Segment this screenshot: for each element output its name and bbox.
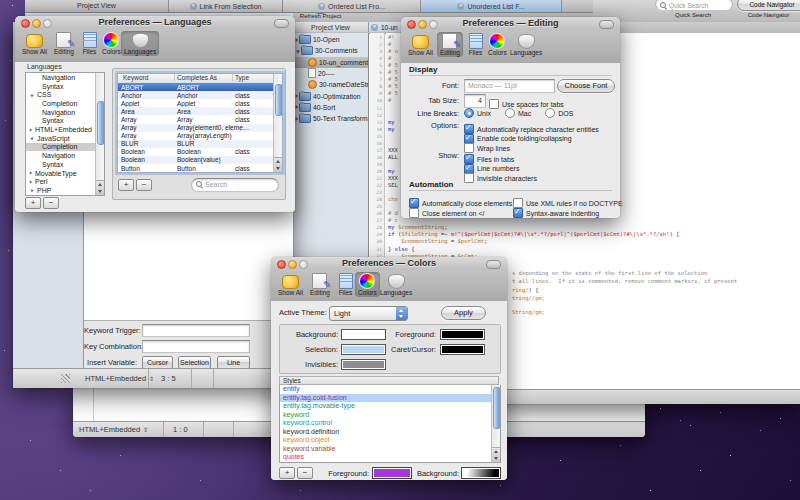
language-item-perl[interactable]: Perl xyxy=(26,177,96,186)
document-tab-link-from-selection[interactable]: Link From Selection xyxy=(169,0,283,13)
close-tab-icon[interactable] xyxy=(371,24,378,31)
style-item-keyword-object[interactable]: keyword.object xyxy=(280,436,492,445)
syntax-aware-indenting-checkbox[interactable]: Syntax-aware indenting xyxy=(513,208,599,218)
language-popup[interactable]: HTML+Embedded⇕ xyxy=(85,374,154,383)
style-item-entity-tag-movable-type[interactable]: entity.tag.movable-type xyxy=(280,402,492,411)
language-item-css[interactable]: CSS xyxy=(26,90,96,99)
style-background-swatch[interactable] xyxy=(461,467,501,479)
add-style-button[interactable]: + xyxy=(279,467,295,479)
title-bar[interactable]: Preferences — Editing xyxy=(401,17,620,31)
completion-row-button-10[interactable]: ButtonButtonclass xyxy=(118,164,274,172)
close-tab-icon[interactable] xyxy=(318,3,325,10)
toolbar-item-show-all[interactable]: Show All xyxy=(19,31,50,56)
title-bar[interactable]: Preferences — Colors xyxy=(271,257,507,271)
completion-row-blur-7[interactable]: BLURBLUR xyxy=(118,140,274,148)
scrollbar[interactable] xyxy=(273,74,282,172)
minimize-window-icon[interactable] xyxy=(418,20,427,29)
toolbar-item-editing[interactable]: Editing xyxy=(307,272,333,297)
remove-language-button[interactable]: − xyxy=(43,197,59,209)
disclosure-icon[interactable] xyxy=(296,37,299,41)
column-header-keyword[interactable]: Keyword xyxy=(121,74,148,81)
close-tab-icon[interactable] xyxy=(457,3,464,10)
foreground-swatch[interactable] xyxy=(440,329,485,340)
close-window-icon[interactable] xyxy=(21,19,30,28)
close-tab-icon[interactable] xyxy=(190,3,197,10)
quick-search-input[interactable]: Quick Search xyxy=(655,0,733,11)
selection-swatch[interactable] xyxy=(341,344,386,355)
zoom-window-icon[interactable] xyxy=(299,260,308,269)
add-language-button[interactable]: + xyxy=(25,197,41,209)
scrollbar-arrows[interactable] xyxy=(96,180,104,195)
toolbar-item-languages[interactable]: Languages xyxy=(377,272,415,297)
completion-row-boolean-8[interactable]: BooleanBooleanclass xyxy=(118,148,274,156)
toolbar-item-show-all[interactable]: Show All xyxy=(275,272,306,297)
disclosure-icon[interactable] xyxy=(30,190,34,192)
disclosure-icon[interactable] xyxy=(30,95,34,97)
completion-row-area-3[interactable]: AreaAreaclass xyxy=(118,107,274,115)
language-item-navigation[interactable]: Navigation xyxy=(26,108,96,117)
apply-button[interactable]: Apply xyxy=(441,306,486,320)
language-item-html-embedded[interactable]: HTML+Embedded xyxy=(26,125,96,134)
language-item-movabletype[interactable]: MovableType xyxy=(26,169,96,178)
disclosure-icon[interactable] xyxy=(30,128,32,132)
language-item-syntax[interactable]: Syntax xyxy=(26,160,96,169)
style-item-keyword-definition[interactable]: keyword.definition xyxy=(280,428,492,437)
line-break-radio-unix[interactable]: Unix xyxy=(464,108,491,118)
language-item-completion[interactable]: Completion xyxy=(26,143,96,152)
line-break-radio-mac[interactable]: Mac xyxy=(505,108,531,118)
key-combination-input[interactable] xyxy=(142,340,250,353)
remove-completion-button[interactable]: − xyxy=(136,179,152,191)
invisible-characters-checkbox[interactable]: Invisible characters xyxy=(464,173,537,183)
tree-item-10-un-comment[interactable]: 10-un_comment xyxy=(293,57,368,68)
tree-item-40-sort[interactable]: 40-Sort xyxy=(293,102,368,113)
line-break-radio-dos[interactable]: DOS xyxy=(545,108,573,118)
toolbar-item-editing[interactable]: Editing xyxy=(437,32,463,57)
scrollbar-arrows[interactable] xyxy=(274,157,282,172)
tree-item-30-namedatestr[interactable]: 30-nameDateStr xyxy=(293,79,368,90)
document-tab-unordered-list-f-[interactable]: Unordered List F... xyxy=(421,0,562,13)
column-header-type[interactable]: Type xyxy=(232,74,249,81)
disclosure-icon[interactable] xyxy=(30,171,32,175)
toolbar-item-languages[interactable]: Languages xyxy=(507,32,545,57)
toolbar-item-files[interactable]: Files xyxy=(464,32,487,57)
minimize-window-icon[interactable] xyxy=(288,260,297,269)
style-item-entity-tag-cold-fusion[interactable]: entity.tag.cold-fusion xyxy=(280,394,492,403)
language-item-php[interactable]: PHP xyxy=(26,186,96,195)
add-completion-button[interactable]: + xyxy=(118,179,134,191)
toolbar-item-show-all[interactable]: Show All xyxy=(405,32,436,57)
minimize-window-icon[interactable] xyxy=(32,19,41,28)
completion-row-anchor-1[interactable]: AnchorAnchorclass xyxy=(118,91,274,99)
caret-cursor-swatch[interactable] xyxy=(440,344,485,355)
disclosure-icon[interactable] xyxy=(296,116,299,120)
disclosure-icon[interactable] xyxy=(30,138,34,140)
title-bar[interactable]: Preferences — Languages xyxy=(15,16,295,30)
close-element-on--checkbox[interactable]: Close element on </ xyxy=(409,208,484,218)
disclosure-icon[interactable] xyxy=(296,105,299,109)
toolbar-item-editing[interactable]: Editing xyxy=(51,31,77,56)
document-tab-ordered-list-fro-[interactable]: Ordered List Fro... xyxy=(283,0,421,13)
style-item-keyword[interactable]: keyword xyxy=(280,411,492,420)
zoom-window-icon[interactable] xyxy=(43,19,52,28)
completions-search-input[interactable]: Search xyxy=(191,178,279,192)
completion-row-boolean-9[interactable]: BooleanBoolean(value) xyxy=(118,156,274,164)
language-item-syntax[interactable]: Syntax xyxy=(26,82,96,91)
scrollbar-thumb[interactable] xyxy=(493,387,501,429)
language-item-javascript[interactable]: JavaScript xyxy=(26,134,96,143)
theme-dropdown[interactable]: Light xyxy=(329,306,408,321)
language-item-completion[interactable]: Completion xyxy=(26,99,96,108)
toolbar-item-files[interactable]: Files xyxy=(334,272,357,297)
completion-row-array-5[interactable]: ArrayArray(element0, eleme… xyxy=(118,124,274,132)
zoom-window-icon[interactable] xyxy=(429,20,438,29)
scrollbar-thumb[interactable] xyxy=(275,84,283,116)
tree-item-20-[interactable]: 20---- xyxy=(293,68,368,79)
tree-item-40-optimization[interactable]: 40-Optimization xyxy=(293,91,368,102)
project-view-header[interactable]: Project View xyxy=(293,22,369,32)
tab-size-input[interactable]: 4 xyxy=(464,94,486,108)
choose-font-button[interactable]: Choose Font xyxy=(557,79,615,93)
completion-row-abort-0[interactable]: ABORTABORT xyxy=(118,83,274,91)
background-swatch[interactable] xyxy=(341,329,386,340)
language-popup[interactable]: HTML+Embedded⇕ xyxy=(79,425,148,434)
completion-row-applet-2[interactable]: AppletAppletclass xyxy=(118,99,274,107)
style-item-keyword-variable[interactable]: keyword.variable xyxy=(280,445,492,454)
tree-item-10-open[interactable]: 10-Open xyxy=(293,34,368,45)
